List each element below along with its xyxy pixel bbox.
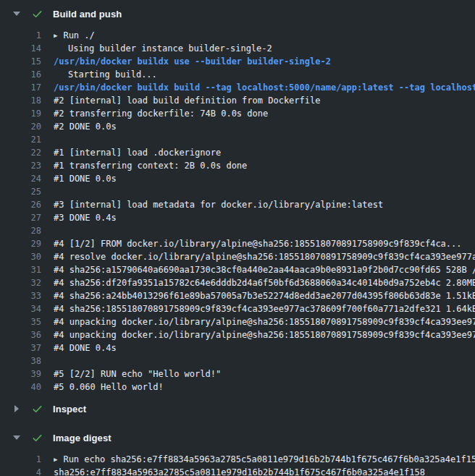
line-content: #2 DONE 0.0s xyxy=(54,120,475,133)
section-header-image-digest[interactable]: Image digest xyxy=(0,425,475,451)
line-number[interactable]: 39 xyxy=(0,367,41,381)
line-content: #1 [internal] load .dockerignore xyxy=(54,146,475,159)
line-number[interactable]: 38 xyxy=(0,354,41,367)
log-section-image-digest: Image digest 1 ▶ Run echo sha256:e7ff883… xyxy=(0,425,475,476)
log-line: 15 /usr/bin/docker buildx use --builder … xyxy=(0,55,475,68)
section-log-lines: 1 ▶ Run ./ 14 Using builder instance bui… xyxy=(0,27,475,396)
line-number[interactable]: 4 xyxy=(0,466,41,476)
line-number[interactable]: 22 xyxy=(0,146,41,159)
line-number[interactable]: 14 xyxy=(0,42,41,55)
log-line: 40 #5 0.060 Hello world! xyxy=(0,381,475,394)
success-check-icon xyxy=(32,404,43,415)
log-line: 35 #4 unpacking docker.io/library/alpine… xyxy=(0,315,475,328)
line-content xyxy=(54,133,475,146)
chevron-down-icon[interactable] xyxy=(12,433,21,442)
line-number[interactable]: 27 xyxy=(0,211,41,224)
line-content: ▶ Run ./ xyxy=(54,29,475,42)
line-number[interactable]: 23 xyxy=(0,159,41,172)
line-number[interactable]: 15 xyxy=(0,55,41,68)
line-text: #4 sha256:df20fa9351a15782c64e6dddb2d4a6… xyxy=(54,276,475,289)
line-number[interactable]: 1 xyxy=(0,453,41,466)
line-content: #4 sha256:185518070891758909c9f839cf4ca3… xyxy=(54,302,475,315)
line-content: #5 0.060 Hello world! xyxy=(54,381,475,394)
line-content: #3 DONE 0.4s xyxy=(54,211,475,224)
line-number[interactable]: 16 xyxy=(0,68,41,81)
line-content xyxy=(54,185,475,198)
line-text: Run ./ xyxy=(63,29,94,42)
line-number[interactable]: 40 xyxy=(0,381,41,394)
chevron-right-icon[interactable] xyxy=(12,404,21,413)
line-number[interactable]: 30 xyxy=(0,250,41,263)
log-line: 31 #4 sha256:a15790640a6690aa1730c38cf0a… xyxy=(0,263,475,276)
line-number[interactable]: 33 xyxy=(0,289,41,302)
expand-run-group-icon[interactable]: ▶ xyxy=(54,29,57,42)
line-content xyxy=(54,354,475,367)
line-content: #4 DONE 0.4s xyxy=(54,341,475,354)
line-number[interactable]: 32 xyxy=(0,276,41,289)
line-number[interactable]: 29 xyxy=(0,237,41,250)
log-line: 38 xyxy=(0,354,475,367)
log-line: 4 sha256:e7ff8834a5963a2785c5a0811e979d1… xyxy=(0,466,475,476)
line-number[interactable]: 25 xyxy=(0,185,41,198)
line-text: #4 sha256:a24bb4013296f61e89ba57005a7b3e… xyxy=(54,289,475,302)
line-content: #1 transferring context: 2B 0.0s done xyxy=(54,159,475,172)
line-content: #4 [1/2] FROM docker.io/library/alpine@s… xyxy=(54,237,475,250)
line-number[interactable]: 24 xyxy=(0,172,41,185)
section-log-lines: 1 ▶ Run echo sha256:e7ff8834a5963a2785c5… xyxy=(0,451,475,476)
line-content: #2 transferring dockerfile: 74B 0.0s don… xyxy=(54,107,475,120)
log-section-build-and-push: Build and push 1 ▶ Run ./ 14 Using build… xyxy=(0,1,475,396)
log-line: 29 #4 [1/2] FROM docker.io/library/alpin… xyxy=(0,237,475,250)
expand-run-group-icon[interactable]: ▶ xyxy=(54,453,57,466)
line-content: /usr/bin/docker buildx build --tag local… xyxy=(54,81,475,94)
line-text: #1 DONE 0.0s xyxy=(54,172,117,185)
line-number[interactable]: 36 xyxy=(0,328,41,341)
line-number[interactable]: 34 xyxy=(0,302,41,315)
line-text: Starting build... xyxy=(68,68,157,81)
line-text: #4 resolve docker.io/library/alpine@sha2… xyxy=(54,250,475,263)
line-number[interactable]: 35 xyxy=(0,315,41,328)
line-content: #2 [internal] load build definition from… xyxy=(54,94,475,107)
line-text: #3 DONE 0.4s xyxy=(54,211,117,224)
log-line: 1 ▶ Run ./ xyxy=(0,29,475,42)
line-text: #4 DONE 0.4s xyxy=(54,341,117,354)
line-number[interactable]: 20 xyxy=(0,120,41,133)
log-line: 26 #3 [internal] load metadata for docke… xyxy=(0,198,475,211)
line-text: #5 0.060 Hello world! xyxy=(54,381,164,394)
line-number[interactable]: 19 xyxy=(0,107,41,120)
line-text: #1 transferring context: 2B 0.0s done xyxy=(54,159,247,172)
line-number[interactable]: 31 xyxy=(0,263,41,276)
log-line: 17 /usr/bin/docker buildx build --tag lo… xyxy=(0,81,475,94)
line-content: ▶ Run echo sha256:e7ff8834a5963a2785c5a0… xyxy=(54,453,475,466)
line-text: #4 sha256:a15790640a6690aa1730c38cf0a440… xyxy=(54,263,475,276)
log-line: 19 #2 transferring dockerfile: 74B 0.0s … xyxy=(0,107,475,120)
log-line: 20 #2 DONE 0.0s xyxy=(0,120,475,133)
line-number[interactable]: 26 xyxy=(0,198,41,211)
line-text: Using builder instance builder-single-2 xyxy=(68,42,272,55)
log-line: 37 #4 DONE 0.4s xyxy=(0,341,475,354)
log-line: 39 #5 [2/2] RUN echo "Hello world!" xyxy=(0,367,475,381)
line-text: #2 transferring dockerfile: 74B 0.0s don… xyxy=(54,107,268,120)
line-content: #4 sha256:a15790640a6690aa1730c38cf0a440… xyxy=(54,263,475,276)
line-text: #4 sha256:185518070891758909c9f839cf4ca3… xyxy=(54,302,475,315)
log-line: 34 #4 sha256:185518070891758909c9f839cf4… xyxy=(0,302,475,315)
line-content: #1 DONE 0.0s xyxy=(54,172,475,185)
line-text: #2 [internal] load build definition from… xyxy=(54,94,320,107)
chevron-down-icon[interactable] xyxy=(12,9,21,18)
line-number[interactable]: 17 xyxy=(0,81,41,94)
log-line: 22 #1 [internal] load .dockerignore xyxy=(0,146,475,159)
section-header-build-and-push[interactable]: Build and push xyxy=(0,1,475,27)
section-header-inspect[interactable]: Inspect xyxy=(0,396,475,422)
line-content: #3 [internal] load metadata for docker.i… xyxy=(54,198,475,211)
line-text: #1 [internal] load .dockerignore xyxy=(54,146,221,159)
log-line: 32 #4 sha256:df20fa9351a15782c64e6dddb2d… xyxy=(0,276,475,289)
line-number[interactable]: 1 xyxy=(0,29,41,42)
line-number[interactable]: 21 xyxy=(0,133,41,146)
line-content: #4 sha256:df20fa9351a15782c64e6dddb2d4a6… xyxy=(54,276,475,289)
line-content: #4 sha256:a24bb4013296f61e89ba57005a7b3e… xyxy=(54,289,475,302)
line-number[interactable]: 37 xyxy=(0,341,41,354)
line-number[interactable]: 28 xyxy=(0,224,41,237)
log-section-inspect: Inspect xyxy=(0,396,475,422)
line-text: sha256:e7ff8834a5963a2785c5a0811e979d16b… xyxy=(54,466,425,476)
line-text: #2 DONE 0.0s xyxy=(54,120,117,133)
line-number[interactable]: 18 xyxy=(0,94,41,107)
